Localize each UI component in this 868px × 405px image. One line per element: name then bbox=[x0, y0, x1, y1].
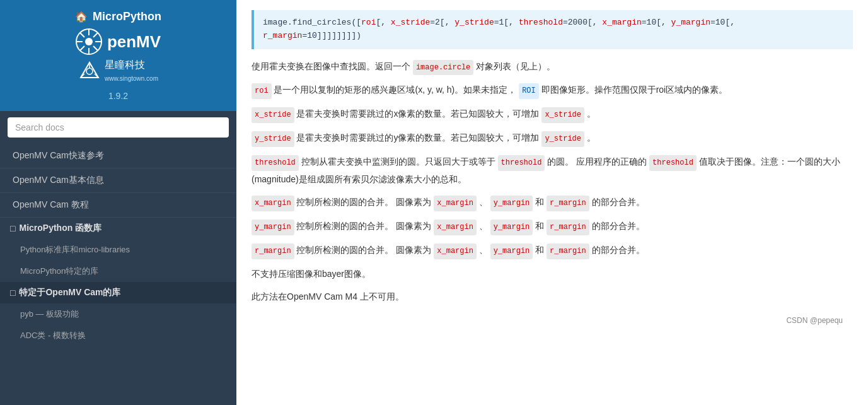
sidebar: 🏠 MicroPython penMV bbox=[0, 0, 236, 405]
nav-item-tutorial[interactable]: OpenMV Cam 教程 bbox=[0, 193, 236, 218]
code-text-1: image.find_circles([roi[, x_stride=2[, y… bbox=[263, 18, 735, 27]
nav-sub-mplib[interactable]: MicroPython特定的库 bbox=[0, 261, 236, 282]
para-intro: 使用霍夫变换在图像中查找圆。返回一个 image.circle 对象列表（见上）… bbox=[252, 58, 853, 76]
para-ymargin: y_margin 控制所检测的圆的合并。 圆像素为 x_margin 、 y_m… bbox=[252, 218, 853, 235]
svg-line-8 bbox=[93, 33, 98, 37]
function-signature: image.find_circles([roi[, x_stride=2[, y… bbox=[252, 10, 853, 49]
para-rmargin: r_margin 控制所检测的圆的合并。 圆像素为 x_margin 、 y_m… bbox=[252, 242, 853, 259]
para-xstride: x_stride 是霍夫变换时需要跳过的x像素的数量。若已知圆较大，可增加 x_… bbox=[252, 105, 853, 123]
minus-icon-2: □ bbox=[10, 288, 15, 298]
singtown-logo: 星瞳科技www.singtown.com bbox=[78, 59, 158, 83]
para-xmargin: x_margin 控制所检测的圆的合并。 圆像素为 x_margin 、 y_m… bbox=[252, 194, 853, 211]
code-threshold-2: threshold bbox=[498, 155, 545, 171]
code-text-2: r_margin=10]]]]]]]]) bbox=[263, 31, 361, 40]
para-note2: 此方法在OpenMV Cam M4 上不可用。 bbox=[252, 288, 853, 305]
para-ystride: y_stride 是霍夫变换时需要跳过的y像素的数量。若已知圆较大，可增加 y_… bbox=[252, 129, 853, 147]
sidebar-header: 🏠 MicroPython penMV bbox=[0, 0, 236, 111]
code-xmargin-2: x_margin bbox=[434, 196, 477, 211]
para-roi: roi 是一个用以复制的矩形的感兴趣区域(x, y, w, h)。如果未指定， … bbox=[252, 81, 853, 99]
content-area: image.find_circles([roi[, x_stride=2[, y… bbox=[236, 0, 868, 340]
nav-section-micropython[interactable]: □ MicroPython 函数库 bbox=[0, 218, 236, 239]
code-rmargin-ref1: r_margin bbox=[547, 196, 589, 211]
code-threshold-1: threshold bbox=[252, 155, 299, 171]
nav-item-basicinfo[interactable]: OpenMV Cam基本信息 bbox=[0, 168, 236, 193]
house-icon: 🏠 bbox=[75, 11, 88, 23]
code-xstride-2: x_stride bbox=[541, 107, 584, 123]
code-ymargin-1: y_margin bbox=[252, 220, 294, 235]
nav-items: OpenMV Cam快速参考 OpenMV Cam基本信息 OpenMV Cam… bbox=[0, 144, 236, 346]
code-rmargin-ref2: r_margin bbox=[547, 220, 589, 235]
code-ystride-2: y_stride bbox=[541, 131, 584, 147]
code-xmargin-ref3: x_margin bbox=[434, 244, 477, 259]
nav-sub-pyb[interactable]: pyb — 板级功能 bbox=[0, 303, 236, 325]
search-input[interactable] bbox=[8, 117, 229, 138]
nav-section-openmv[interactable]: □ 特定于OpenMV Cam的库 bbox=[0, 282, 236, 303]
minus-icon-1: □ bbox=[10, 223, 15, 233]
openmv-brand-text: penMV bbox=[107, 32, 161, 52]
sidebar-title-text: MicroPython bbox=[93, 10, 161, 23]
code-rmargin-1: r_margin bbox=[252, 244, 294, 259]
singtown-icon bbox=[78, 60, 101, 83]
code-rmargin-2: r_margin bbox=[547, 244, 589, 259]
para-threshold: threshold 控制从霍夫变换中监测到的圆。只返回大于或等于 thresho… bbox=[252, 153, 853, 187]
code-ymargin-ref1: y_margin bbox=[490, 196, 533, 211]
code-ystride-1: y_stride bbox=[252, 131, 294, 147]
code-image-circle: image.circle bbox=[413, 60, 473, 76]
code-ymargin-ref3: y_margin bbox=[490, 244, 533, 259]
svg-line-7 bbox=[93, 46, 98, 50]
footer-note: CSDN @pepequ bbox=[252, 312, 853, 331]
sidebar-title: 🏠 MicroPython bbox=[75, 10, 161, 23]
search-area bbox=[0, 111, 236, 144]
version-badge: 1.9.2 bbox=[108, 91, 128, 101]
svg-line-6 bbox=[80, 33, 84, 37]
logo-area: penMV 星瞳科技www.singtown.com bbox=[76, 28, 161, 83]
code-roi-highlight: ROI bbox=[519, 83, 539, 99]
section-label-1: MicroPython 函数库 bbox=[19, 223, 101, 234]
code-xmargin-ref2: x_margin bbox=[434, 220, 477, 235]
openmv-logo-icon bbox=[76, 28, 102, 55]
code-xmargin-1: x_margin bbox=[252, 196, 294, 211]
nav-sub-adc[interactable]: ADC类 - 模数转换 bbox=[0, 325, 236, 346]
code-threshold-3: threshold bbox=[649, 155, 697, 171]
code-xstride-1: x_stride bbox=[252, 107, 294, 123]
code-ymargin-2: y_margin bbox=[490, 220, 533, 235]
openmv-logo: penMV bbox=[76, 28, 161, 55]
singtown-text: 星瞳科技www.singtown.com bbox=[105, 59, 158, 83]
section-label-2: 特定于OpenMV Cam的库 bbox=[19, 287, 120, 298]
code-roi-1: roi bbox=[252, 83, 272, 99]
svg-line-9 bbox=[80, 46, 84, 50]
main-content: image.find_circles([roi[, x_stride=2[, y… bbox=[236, 0, 868, 405]
svg-point-1 bbox=[85, 38, 93, 45]
para-note1: 不支持压缩图像和bayer图像。 bbox=[252, 266, 853, 283]
nav-item-quickref[interactable]: OpenMV Cam快速参考 bbox=[0, 144, 236, 168]
nav-sub-stdlib[interactable]: Python标准库和micro-libraries bbox=[0, 239, 236, 261]
